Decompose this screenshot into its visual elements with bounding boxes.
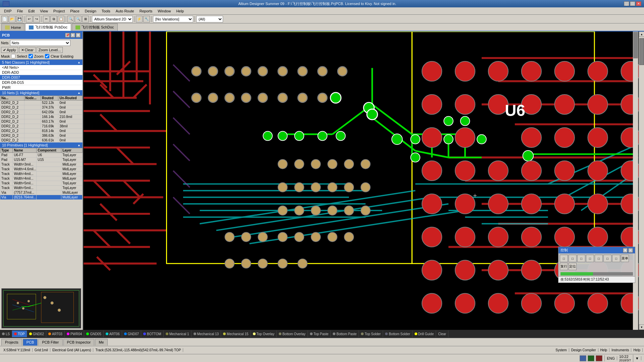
net-row-8[interactable]: DDR2_D_2386.63k0mil <box>0 133 83 138</box>
net-row-1[interactable]: DDR2_D_2522.12k0mil <box>0 101 83 105</box>
net-class-ddr-d007[interactable]: DDR-D007 <box>0 75 83 80</box>
net-row-2[interactable]: DDR2_D_2374.37k0mil <box>0 105 83 110</box>
toolbar-cut[interactable]: ✂ <box>43 16 50 22</box>
layer-tab-mech1[interactable]: Mechanical 1 <box>164 330 192 337</box>
apply-button[interactable]: ✔ Apply <box>1 47 18 53</box>
layer-tab-mech15[interactable]: Mechanical 15 <box>221 330 251 337</box>
tab-pcbdoc[interactable]: 飞行控制板 PcbDoc <box>25 23 71 31</box>
help-btn[interactable]: Help <box>598 348 610 352</box>
design-compiler-btn[interactable]: Design Compiler <box>569 348 598 352</box>
layer-tab-bottomsolder[interactable]: Bottom Solder <box>383 330 412 337</box>
toolbar-component[interactable]: 🔧 <box>143 16 150 22</box>
menu-project[interactable]: Project <box>51 8 67 14</box>
layer-tab-gnd02[interactable]: GND02 <box>27 330 46 337</box>
ctrl-btn-return[interactable]: 复行 <box>560 263 568 270</box>
toolbar-zoom-out[interactable]: 🔍 <box>75 16 82 22</box>
tray-notifications[interactable]: ▼ <box>633 356 641 360</box>
tab-home[interactable]: Home <box>1 23 24 31</box>
control-panel-close[interactable]: ✕ <box>628 248 633 253</box>
net-class-pwr[interactable]: PWR <box>0 85 83 90</box>
tab-pcb-filter[interactable]: PCB Filter <box>38 339 62 346</box>
select-checkbox[interactable] <box>11 54 15 58</box>
scroll-down-arrow[interactable]: ▼ <box>639 324 644 330</box>
prim-row-track5[interactable]: TrackWidth=5mil...TopLayer <box>0 181 83 186</box>
prim-row-track1[interactable]: TrackWidth=3mil...MidLayer <box>0 162 83 167</box>
layer-tab-pwr04[interactable]: PWR04 <box>65 330 84 337</box>
menu-tools[interactable]: Tools <box>99 8 113 14</box>
net-row-3[interactable]: DDR2_D_2642.05k0mil <box>0 110 83 115</box>
toolbar-redo[interactable]: ↪ <box>33 16 40 22</box>
toolbar-paste[interactable]: 📋 <box>58 16 64 22</box>
ctrl-btn-locate[interactable]: 定位 <box>569 263 577 270</box>
layer-tab-bottom[interactable]: BOTTOM <box>141 330 164 337</box>
tray-app2[interactable] <box>588 355 594 361</box>
zoom-checkbox[interactable] <box>29 54 33 58</box>
scroll-up-arrow[interactable]: ▲ <box>639 32 644 37</box>
panel-close-button[interactable]: ✕ <box>76 33 80 38</box>
tab-schdoc[interactable]: 飞行控制板 SchDoc <box>72 23 118 31</box>
instruments-btn[interactable]: Instruments <box>609 348 631 352</box>
tray-app3[interactable] <box>596 355 602 361</box>
toolbar-zoom-fit[interactable]: ⊞ <box>82 16 89 22</box>
control-panel-menu[interactable]: ▼ <box>623 248 628 253</box>
net-class-ddr-add[interactable]: DDR-ADD <box>0 70 83 75</box>
tab-pcb-inspector[interactable]: PCB Inspector <box>63 339 95 346</box>
tab-pcb[interactable]: PCB <box>23 339 38 346</box>
menu-edit[interactable]: Edit <box>25 8 37 14</box>
menu-place[interactable]: Place <box>67 8 82 14</box>
variation-select[interactable]: [No Variations] <box>153 16 193 22</box>
menu-view[interactable]: View <box>37 8 51 14</box>
toolbar-zoom-in[interactable]: 🔍 <box>67 16 74 22</box>
all-select[interactable]: (All) <box>196 16 223 22</box>
layer-tab-toppaste[interactable]: Top Paste <box>308 330 331 337</box>
layer-tab-art03[interactable]: ART03 <box>46 330 65 337</box>
prim-row-via1[interactable]: Via(7757.37mil...MultiLayer <box>0 190 83 195</box>
prim-row-track2[interactable]: TrackWidth=4.6mil...MidLayer <box>0 167 83 172</box>
toolbar-new[interactable]: 📄 <box>1 16 8 22</box>
zoom-level-button[interactable]: Zoom Level... <box>37 47 63 53</box>
help2-btn[interactable]: Help <box>631 348 643 352</box>
scroll-thumb-v[interactable] <box>639 38 644 65</box>
layer-tab-bottompaste[interactable]: Bottom Paste <box>331 330 359 337</box>
prim-row-track3[interactable]: TrackWidth=4mil...MidLayer <box>0 172 83 176</box>
nets-dropdown[interactable]: Nets <box>10 40 70 46</box>
pcb-canvas[interactable]: U6 控制 <box>83 32 639 330</box>
tab-projects[interactable]: Projects <box>1 339 22 346</box>
close-button[interactable]: ✕ <box>636 1 641 6</box>
panel-menu-button[interactable]: ▼ <box>70 33 75 38</box>
net-row-4[interactable]: DDR2_D_2166.14k210.8mil <box>0 115 83 119</box>
ctrl-btn-6[interactable]: □ <box>603 255 611 262</box>
ctrl-btn-7[interactable]: □ <box>612 255 620 262</box>
layer-tab-ls[interactable]: LS <box>0 330 12 337</box>
menu-reports[interactable]: Reports <box>137 8 155 14</box>
net-class-all[interactable]: <All Nets> <box>0 65 83 70</box>
prim-row-2[interactable]: PadU15-M7U15TopLayer <box>0 158 83 162</box>
layer-tab-top[interactable]: TOP <box>12 330 27 337</box>
toolbar-copy[interactable]: ⧉ <box>50 16 57 22</box>
clear-button[interactable]: ✕ Clear <box>19 47 36 53</box>
net-class-ddr-d8d15[interactable]: DDR-D8-D15 <box>0 80 83 85</box>
menu-autoroute[interactable]: Auto Route <box>113 8 137 14</box>
layer-tab-clear[interactable]: Clear <box>436 330 448 337</box>
ctrl-btn-2[interactable]: □ <box>569 255 577 262</box>
ctrl-btn-4[interactable]: □ <box>586 255 594 262</box>
ctrl-btn-1[interactable]: □ <box>560 255 568 262</box>
prim-row-via2[interactable]: Via(8216.764mil...MultiLayer <box>0 195 83 200</box>
menu-dxp[interactable]: DXP <box>1 8 14 14</box>
ctrl-btn-5[interactable]: □ <box>595 255 603 262</box>
layer-tab-topoverlay[interactable]: Top Overlay <box>251 330 277 337</box>
menu-help[interactable]: Help <box>173 8 186 14</box>
prim-row-track6[interactable]: TrackWidth=5mil...TopLayer <box>0 186 83 190</box>
menu-file[interactable]: File <box>14 8 26 14</box>
panel-pin-button[interactable]: 📌 <box>65 33 70 38</box>
layer-tab-art06[interactable]: ART06 <box>104 330 122 337</box>
toolbar-open[interactable]: 📂 <box>9 16 15 22</box>
system-btn[interactable]: System <box>553 348 569 352</box>
net-row-5[interactable]: DDR2_D_2663.17k0mil <box>0 119 83 124</box>
tray-app1[interactable] <box>580 355 586 361</box>
net-row-9[interactable]: DDR2_D_2636.61k0mil <box>0 138 83 143</box>
layer-tab-gnd05[interactable]: GND05 <box>84 330 103 337</box>
view-mode-select[interactable]: Altium Standard 2D <box>92 16 133 22</box>
vertical-scrollbar[interactable]: ▲ ▼ <box>639 32 644 330</box>
toolbar-route[interactable]: ⚡ <box>136 16 143 22</box>
